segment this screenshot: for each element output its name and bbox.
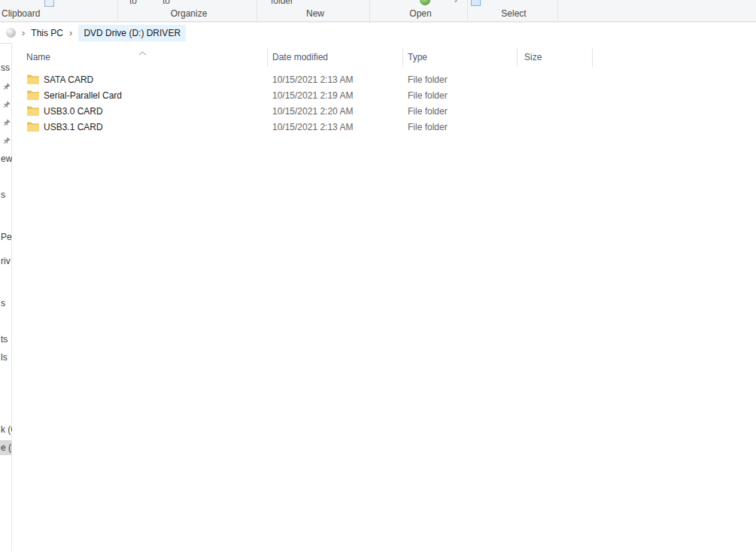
file-rows: SATA CARD 10/15/2021 2:13 AM File folder [12, 71, 756, 135]
new-folder-button[interactable]: folder [271, 0, 293, 5]
table-row[interactable]: Serial-Parallel Card 10/15/2021 2:19 AM … [12, 87, 756, 103]
ribbon-group-clipboard: Clipboard [2, 8, 40, 19]
ribbon-group-select: Select [501, 8, 526, 19]
ribbon-group-open: Open [409, 8, 431, 19]
sidebar-item[interactable]: riv [1, 257, 11, 266]
folder-icon [27, 122, 39, 132]
breadcrumb-chevron-icon: › [69, 28, 72, 38]
column-resize-handle[interactable] [402, 48, 403, 67]
table-row[interactable]: SATA CARD 10/15/2021 2:13 AM File folder [12, 71, 756, 87]
table-row[interactable]: USB3.1 CARD 10/15/2021 2:13 AM File fold… [12, 119, 756, 135]
sidebar-item-quick-access[interactable]: ss [1, 63, 10, 73]
open-icon[interactable] [420, 0, 430, 5]
move-to-button[interactable]: to [129, 0, 137, 5]
ribbon: to to folder › Clipboard Organize New Op… [0, 0, 756, 22]
column-resize-handle[interactable] [267, 48, 268, 67]
pin-icon [2, 137, 11, 145]
breadcrumb-this-pc[interactable]: This PC [31, 28, 63, 38]
file-explorer-window: to to folder › Clipboard Organize New Op… [0, 0, 756, 556]
ribbon-group-organize: Organize [171, 8, 208, 19]
folder-icon [27, 74, 39, 84]
column-header-size[interactable]: Size [524, 52, 542, 62]
column-header-type[interactable]: Type [408, 52, 427, 62]
sort-ascending-icon [138, 47, 147, 58]
address-bar[interactable]: › This PC › DVD Drive (D:) DRIVER [0, 22, 756, 44]
ribbon-group-divider [369, 0, 370, 21]
sidebar-item[interactable]: Pe [1, 232, 12, 242]
file-list-pane: Name Date modified Type Size [12, 43, 756, 556]
file-name: USB3.0 CARD [44, 106, 103, 117]
file-name: SATA CARD [44, 74, 93, 85]
pin-icon [2, 101, 11, 109]
sidebar-item[interactable]: ls [1, 353, 8, 363]
file-type: File folder [402, 90, 517, 101]
ribbon-group-divider [117, 0, 118, 21]
file-name: Serial-Parallel Card [44, 90, 122, 101]
column-header-date-modified[interactable]: Date modified [272, 52, 328, 62]
paste-icon[interactable] [44, 0, 54, 7]
pin-icon [2, 119, 11, 127]
ribbon-group-divider [257, 0, 257, 21]
file-type: File folder [402, 106, 517, 117]
breadcrumb-chevron-icon: › [22, 28, 25, 38]
ribbon-group-divider [557, 0, 558, 21]
table-row[interactable]: USB3.0 CARD 10/15/2021 2:20 AM File fold… [12, 103, 756, 119]
pin-icon [2, 83, 11, 91]
column-resize-handle[interactable] [592, 48, 593, 67]
sidebar-item[interactable]: s [1, 299, 5, 308]
file-type: File folder [402, 74, 517, 85]
ribbon-group-divider [467, 0, 468, 21]
ribbon-group-new: New [306, 8, 324, 19]
file-date-modified: 10/15/2021 2:13 AM [267, 74, 402, 85]
file-date-modified: 10/15/2021 2:20 AM [267, 106, 402, 117]
column-headers: Name Date modified Type Size [12, 43, 756, 71]
open-dropdown-chevron-icon[interactable]: › [454, 0, 457, 5]
location-disc-icon[interactable] [6, 28, 16, 38]
folder-icon [27, 90, 39, 100]
select-all-icon[interactable] [471, 0, 481, 6]
file-date-modified: 10/15/2021 2:13 AM [267, 122, 402, 132]
sidebar-item[interactable]: ts [1, 335, 8, 345]
file-name: USB3.1 CARD [44, 122, 103, 132]
column-header-name[interactable]: Name [26, 52, 50, 62]
copy-to-button[interactable]: to [162, 0, 170, 5]
folder-icon [27, 106, 39, 116]
breadcrumb-current-location[interactable]: DVD Drive (D:) DRIVER [78, 25, 186, 41]
column-resize-handle[interactable] [517, 48, 518, 67]
file-type: File folder [402, 122, 517, 132]
sidebar-item[interactable]: s [1, 190, 5, 200]
file-date-modified: 10/15/2021 2:19 AM [267, 90, 402, 101]
